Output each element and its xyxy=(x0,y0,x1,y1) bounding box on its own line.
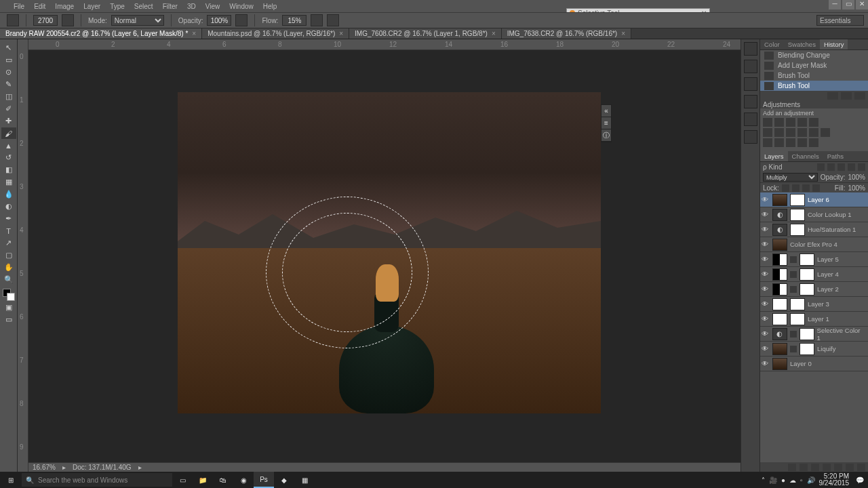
new-group-icon[interactable] xyxy=(834,464,842,471)
tab-color[interactable]: Color xyxy=(760,39,784,49)
tab-history[interactable]: History xyxy=(820,39,848,49)
airbrush-icon[interactable] xyxy=(311,14,323,26)
eyedropper-tool[interactable]: ✐ xyxy=(1,103,16,115)
visibility-icon[interactable]: 👁 xyxy=(760,196,770,203)
mode-select[interactable]: Normal xyxy=(111,15,164,26)
layer-fx-icon[interactable] xyxy=(800,464,808,471)
layer-opacity-value[interactable]: 100% xyxy=(848,174,865,181)
visibility-icon[interactable]: 👁 xyxy=(760,226,770,233)
mask-thumb[interactable] xyxy=(790,194,805,206)
tab-channels[interactable]: Channels xyxy=(788,151,823,161)
lasso-tool[interactable]: ⊙ xyxy=(1,66,16,78)
adj-gradmap-icon[interactable] xyxy=(797,138,807,147)
blend-mode-select[interactable]: Multiply xyxy=(763,173,818,182)
tray-cloud-icon[interactable]: ☁ xyxy=(789,476,796,484)
mask-thumb[interactable] xyxy=(800,268,814,281)
mask-thumb[interactable] xyxy=(790,224,805,236)
mask-thumb[interactable] xyxy=(790,209,805,221)
lock-trans-icon[interactable] xyxy=(782,184,789,192)
crop-tool[interactable]: ◫ xyxy=(1,91,16,102)
adj-curves-icon[interactable] xyxy=(786,118,795,127)
panel-icon[interactable] xyxy=(744,113,757,126)
panel-icon[interactable] xyxy=(744,77,757,91)
layer-row[interactable]: 👁◐Hue/Saturation 1 xyxy=(760,222,868,237)
history-new-icon[interactable] xyxy=(827,92,838,100)
hand-tool[interactable]: ✋ xyxy=(1,262,16,273)
layer-mask-icon[interactable] xyxy=(811,464,819,471)
filter-smart-icon[interactable] xyxy=(858,163,865,171)
adj-thresh-icon[interactable] xyxy=(786,138,795,147)
photoshop-icon[interactable]: Ps xyxy=(254,472,274,488)
filter-type-icon[interactable] xyxy=(837,163,845,171)
taskbar-clock[interactable]: 5:20 PM9/24/2015 xyxy=(819,473,852,487)
dodge-tool[interactable]: ◐ xyxy=(1,201,16,212)
layer-thumb[interactable] xyxy=(772,358,787,370)
pressure-size-icon[interactable] xyxy=(327,14,339,26)
visibility-icon[interactable]: 👁 xyxy=(760,241,770,248)
panel-icon[interactable] xyxy=(744,130,757,144)
stamp-tool[interactable]: ▲ xyxy=(1,140,16,151)
mask-thumb[interactable] xyxy=(790,298,805,310)
layer-row[interactable]: 👁Color Efex Pro 4 xyxy=(760,237,868,252)
tray-volume-icon[interactable]: 🔊 xyxy=(807,476,815,484)
adj-mixer-icon[interactable] xyxy=(809,128,818,137)
visibility-icon[interactable]: 👁 xyxy=(760,330,770,338)
layer-row[interactable]: 👁Layer 0 xyxy=(760,357,868,371)
visibility-icon[interactable]: 👁 xyxy=(760,345,770,352)
healing-tool[interactable]: ✚ xyxy=(1,115,16,127)
minimize-button[interactable]: ─ xyxy=(829,0,841,9)
quickmask-tool[interactable]: ▣ xyxy=(1,302,16,313)
panel-icon[interactable] xyxy=(744,60,757,73)
adj-photo-icon[interactable] xyxy=(797,128,807,137)
history-snapshot-icon[interactable] xyxy=(841,92,852,100)
lock-pixel-icon[interactable] xyxy=(792,184,800,192)
canvas[interactable]: « ≡ ⓘ xyxy=(28,50,741,462)
visibility-icon[interactable]: 👁 xyxy=(760,211,770,218)
shape-tool[interactable]: ▢ xyxy=(1,249,16,261)
close-tab-icon[interactable]: × xyxy=(339,30,343,37)
eraser-tool[interactable]: ◧ xyxy=(1,164,16,176)
brush-size-field[interactable] xyxy=(33,15,58,26)
visibility-icon[interactable]: 👁 xyxy=(760,300,770,308)
adj-hue-icon[interactable] xyxy=(763,128,772,137)
menu-image[interactable]: Image xyxy=(51,1,78,12)
type-tool[interactable]: T xyxy=(1,225,16,237)
menu-layer[interactable]: Layer xyxy=(79,1,104,12)
layer-row[interactable]: 👁Layer 6 xyxy=(760,192,868,207)
opacity-field[interactable] xyxy=(207,15,231,26)
menu-edit[interactable]: Edit xyxy=(30,1,50,12)
maximize-button[interactable]: ▭ xyxy=(842,0,854,9)
pen-tool[interactable]: ✒ xyxy=(1,213,16,224)
layer-row[interactable]: 👁Layer 3 xyxy=(760,297,868,312)
document-tab[interactable]: Brandy RAW 200554.cr2 @ 16.7% (Layer 6, … xyxy=(0,28,202,39)
layer-thumb[interactable] xyxy=(772,283,787,296)
menu-window[interactable]: Window xyxy=(225,1,258,12)
layer-row[interactable]: 👁Layer 1 xyxy=(760,312,868,327)
filter-adj-icon[interactable] xyxy=(827,163,835,171)
info-icon[interactable]: ⓘ xyxy=(601,129,611,142)
task-view-icon[interactable]: ▭ xyxy=(172,472,193,488)
new-layer-icon[interactable] xyxy=(846,464,854,471)
layer-row[interactable]: 👁Layer 5 xyxy=(760,252,868,267)
adj-selcolor-icon[interactable] xyxy=(809,138,818,147)
visibility-icon[interactable]: 👁 xyxy=(760,315,770,323)
link-layers-icon[interactable] xyxy=(788,464,796,471)
chrome-icon[interactable]: ◉ xyxy=(233,472,254,488)
menu-view[interactable]: View xyxy=(201,1,224,12)
layer-thumb[interactable] xyxy=(772,268,787,281)
brush-preset-button[interactable] xyxy=(62,14,74,26)
layer-thumb[interactable]: ◐ xyxy=(772,328,787,340)
adj-poster-icon[interactable] xyxy=(774,138,784,147)
close-tab-icon[interactable]: × xyxy=(621,30,625,37)
canvas-hints-panel[interactable]: « ≡ ⓘ xyxy=(601,104,612,142)
adj-vibrance-icon[interactable] xyxy=(809,118,818,127)
layer-row[interactable]: 👁Layer 2 xyxy=(760,282,868,297)
tab-layers[interactable]: Layers xyxy=(760,151,788,161)
menu-help[interactable]: Help xyxy=(259,1,281,12)
tray-icon[interactable]: 🎥 xyxy=(769,476,777,484)
layer-row[interactable]: 👁◐Selective Color 1 xyxy=(760,327,868,342)
document-tab[interactable]: IMG_7608.CR2 @ 16.7% (Layer 1, RGB/8*)× xyxy=(349,28,502,39)
mask-thumb[interactable] xyxy=(800,283,814,296)
mask-thumb[interactable] xyxy=(800,343,814,355)
layer-thumb[interactable] xyxy=(772,194,787,206)
